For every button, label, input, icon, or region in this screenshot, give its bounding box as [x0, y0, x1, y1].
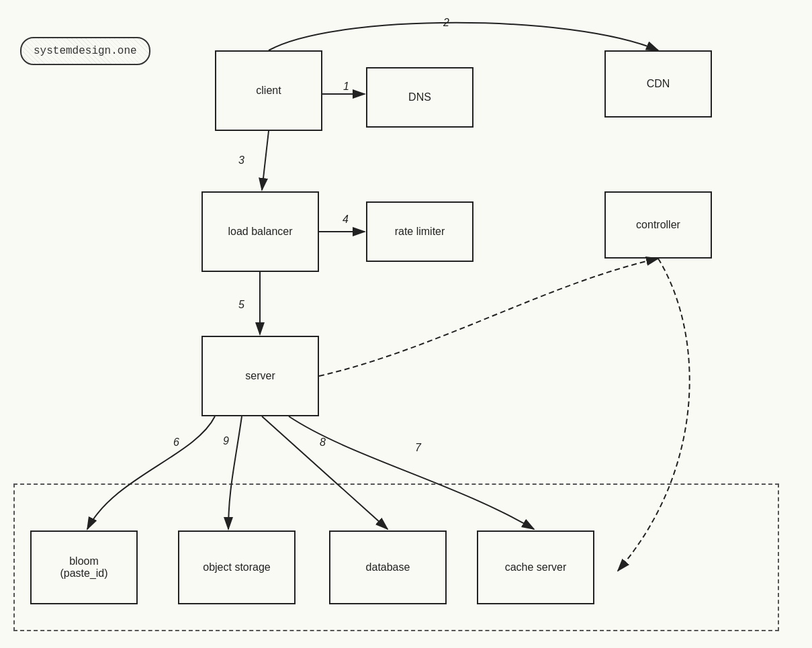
svg-line-3 [262, 131, 269, 190]
cache-server-node: cache server [477, 530, 594, 604]
arrow-label-4: 4 [343, 214, 349, 226]
arrow-label-6: 6 [173, 436, 179, 449]
rate-limiter-node: rate limiter [366, 201, 473, 262]
controller-node: controller [604, 191, 712, 259]
logo-box: systemdesign.one [20, 37, 150, 65]
arrow-label-3: 3 [238, 154, 244, 167]
load-balancer-node: load balancer [201, 191, 319, 272]
arrow-label-1: 1 [343, 81, 349, 93]
server-node: server [201, 336, 319, 416]
object-storage-node: object storage [178, 530, 296, 604]
arrow-label-7: 7 [415, 442, 421, 454]
arrow-label-8: 8 [320, 436, 326, 449]
client-node: client [215, 50, 322, 131]
database-node: database [329, 530, 447, 604]
arrow-label-5: 5 [238, 299, 244, 311]
bloom-node: bloom (paste_id) [30, 530, 138, 604]
arrow-label-9: 9 [223, 435, 229, 447]
diagram-container: systemdesign.one client DNS CDN load bal… [0, 0, 812, 648]
dns-node: DNS [366, 67, 473, 128]
logo-label: systemdesign.one [34, 45, 137, 57]
arrow-label-2: 2 [443, 17, 449, 29]
cdn-node: CDN [604, 50, 712, 118]
